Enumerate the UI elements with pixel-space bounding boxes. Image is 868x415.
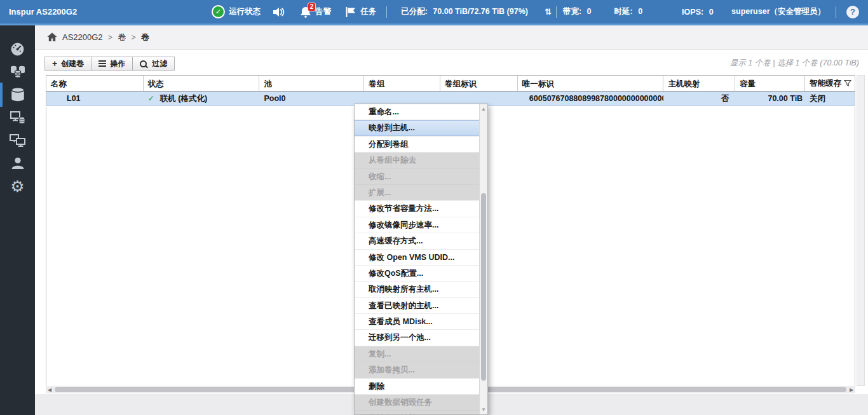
topbar-divider (556, 6, 557, 18)
latency-stat: 时延: 0 (614, 6, 642, 17)
breadcrumb-root[interactable]: AS2200G2 (62, 32, 103, 42)
menu-item-map-to-host[interactable]: 映射到主机... (355, 119, 479, 135)
menu-item-modify-mirror-sync-rate[interactable]: 修改镜像同步速率... (355, 217, 479, 233)
sidebar-item-dashboard[interactable] (0, 39, 35, 58)
menu-item-add-volume-copy: 添加卷拷贝... (355, 362, 479, 378)
sidebar-item-users[interactable] (0, 154, 35, 173)
row-name: L01 (46, 92, 144, 105)
menu-item-assign-to-volume-group[interactable]: 分配到卷组 (355, 136, 479, 152)
column-header-name[interactable]: 名称 (46, 76, 144, 91)
sidebar-item-host-mapping[interactable] (0, 108, 35, 127)
home-icon[interactable] (47, 32, 57, 42)
row-smart-cache: 关闭 (805, 92, 855, 105)
menu-item-unmap-all-hosts[interactable]: 取消映射所有主机... (355, 281, 479, 297)
menu-item-duplicate: 复制... (355, 346, 479, 362)
breadcrumb-volumes[interactable]: 卷 (118, 32, 126, 43)
volumes-icon (10, 86, 26, 103)
column-header-pool[interactable]: 池 (259, 76, 364, 91)
online-check-icon: ✓ (148, 94, 154, 103)
menu-item-modify-qos[interactable]: 修改QoS配置... (355, 265, 479, 281)
column-header-capacity[interactable]: 容量 (735, 76, 805, 91)
menu-item-view-member-mdisks[interactable]: 查看成员 MDisk... (355, 313, 479, 329)
vertical-scrollbar[interactable] (857, 75, 865, 386)
bandwidth-value: 0 (587, 7, 592, 16)
menu-item-delete-data-destroy-task: 删除数据销毁任务 (355, 410, 479, 415)
users-icon (10, 156, 25, 171)
menu-item-migrate-to-another-pool[interactable]: 迁移到另一个池... (355, 329, 479, 345)
iops-stat: IOPS: 0 (682, 8, 713, 17)
filter-button[interactable]: 过滤 (132, 57, 175, 71)
column-header-volume-group-id[interactable]: 卷组标识 (440, 76, 518, 91)
sidebar-item-hosts[interactable] (0, 131, 35, 150)
column-header-host-mapping[interactable]: 主机映射 (663, 76, 735, 91)
hosts-icon (9, 133, 26, 148)
scroll-up-icon[interactable]: ▲ (480, 106, 487, 112)
bandwidth-stat: 带宽: 0 (563, 6, 592, 17)
topbar-divider (836, 6, 836, 18)
filter-funnel-icon[interactable] (844, 79, 851, 87)
row-host-mapping: 否 (663, 92, 735, 105)
breadcrumb-current: 卷 (141, 32, 149, 43)
latency-value: 0 (638, 7, 642, 16)
menu-item-rename[interactable]: 重命名... (355, 104, 479, 119)
help-icon[interactable]: ? (846, 6, 859, 18)
scroll-down-icon[interactable]: ▼ (480, 407, 487, 412)
menu-item-shrink: 收缩... (355, 168, 479, 184)
user-menu[interactable]: superuser（安全管理员） (731, 6, 825, 17)
column-header-uid[interactable]: 唯一标识 (518, 76, 664, 91)
plus-icon: + (52, 59, 57, 68)
tasks-label[interactable]: 任务 (360, 6, 376, 17)
column-header-status[interactable]: 状态 (144, 76, 260, 91)
column-header-smart-cache[interactable]: 智能缓存 (805, 76, 855, 91)
sidebar-item-settings[interactable]: ⚙ (0, 177, 35, 196)
app-title: Inspur AS2200G2 (9, 7, 77, 17)
top-bar: Inspur AS2200G2 ✓ 运行状态 2 告警 任务 (0, 0, 868, 25)
breadcrumb-bar: AS2200G2 > 卷 > 卷 (35, 25, 868, 50)
volume-count-summary: 显示 1 个卷 | 选择 1 个卷 (70.00 TiB) (730, 58, 859, 69)
menu-item-expand: 扩展... (355, 184, 479, 200)
alerts-label[interactable]: 告警 (315, 6, 331, 17)
menu-item-modify-capacity-savings[interactable]: 修改节省容量方法... (355, 200, 479, 216)
menu-item-modify-open-vms-udid[interactable]: 修改 Open VMS UDID... (355, 249, 479, 265)
alerts-count-badge: 2 (308, 3, 316, 11)
tasks-flag-icon[interactable] (345, 6, 356, 18)
menu-item-delete[interactable]: 删除 (355, 378, 479, 394)
dashboard-gauge-icon (10, 41, 25, 57)
health-status-icon: ✓ (212, 5, 225, 18)
breadcrumb-separator: > (108, 32, 113, 42)
volumes-table: 名称 状态 池 卷组 卷组标识 唯一标识 主机映射 容量 智能缓存 L01 ✓ (46, 75, 855, 106)
bandwidth-label: 带宽: (563, 7, 581, 16)
sidebar-item-volumes[interactable] (0, 85, 35, 104)
scroll-left-icon[interactable]: ◀ (46, 387, 53, 393)
table-header-row: 名称 状态 池 卷组 卷组标识 唯一标识 主机映射 容量 智能缓存 (46, 75, 855, 92)
allocated-label: 已分配: (401, 7, 428, 16)
topbar-divider (386, 6, 387, 18)
pools-icon (10, 64, 26, 79)
sidebar-item-pools[interactable] (0, 62, 35, 81)
breadcrumb-separator: > (131, 32, 136, 42)
alerts-bell-icon[interactable]: 2 (300, 6, 311, 18)
row-uid: 60050767088089987800000000000000... (518, 92, 664, 105)
audio-alert-icon[interactable] (272, 7, 285, 17)
column-header-volume-group[interactable]: 卷组 (364, 76, 440, 91)
context-menu-scrollbar[interactable]: ▲ ▼ (479, 104, 487, 414)
app-window: Inspur AS2200G2 ✓ 运行状态 2 告警 任务 (0, 0, 868, 415)
filter-label: 过滤 (152, 58, 167, 69)
scroll-right-icon[interactable]: ▶ (848, 387, 855, 393)
latency-label: 时延: (614, 7, 632, 16)
actions-list-icon (98, 60, 106, 67)
context-menu-scroll-thumb[interactable] (481, 193, 486, 381)
row-pool: Pool0 (260, 92, 365, 105)
create-volume-button[interactable]: + 创建卷 (44, 57, 92, 71)
menu-item-cache-mode[interactable]: 高速缓存方式... (355, 233, 479, 248)
allocated-capacity: 已分配: 70.00 TiB/72.76 TiB (97%) (401, 6, 528, 17)
throughput-arrows-icon: ⇅ (545, 7, 552, 17)
left-nav-sidebar: ⚙ (0, 25, 35, 415)
health-status-label[interactable]: 运行状态 (229, 6, 261, 17)
menu-item-create-data-destroy-task: 创建数据销毁任务 (355, 394, 479, 410)
actions-button[interactable]: 操作 (91, 57, 133, 71)
active-nav-indicator (0, 83, 3, 107)
row-capacity: 70.00 TiB (735, 92, 805, 105)
menu-item-view-mapped-hosts[interactable]: 查看已映射的主机... (355, 297, 479, 313)
settings-gear-icon: ⚙ (10, 179, 24, 194)
